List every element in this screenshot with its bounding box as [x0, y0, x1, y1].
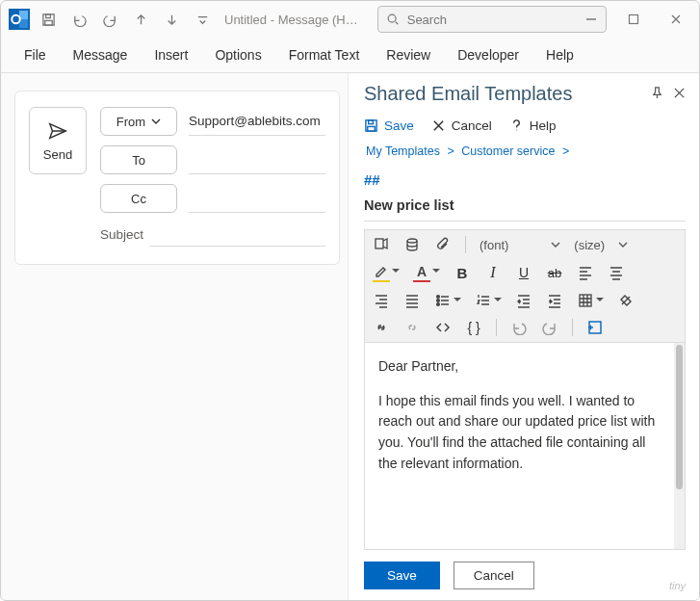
template-subject-input[interactable]: New price list	[364, 196, 686, 222]
crumb-folder[interactable]: Customer service	[461, 144, 555, 158]
qat-dropdown-icon[interactable]	[194, 11, 211, 28]
tab-review[interactable]: Review	[375, 41, 442, 68]
from-button[interactable]: From	[100, 107, 177, 136]
scrollbar-thumb[interactable]	[676, 345, 683, 489]
tab-developer[interactable]: Developer	[446, 41, 531, 68]
ribbon-tabs: File Message Insert Options Format Text …	[1, 38, 699, 73]
tab-help[interactable]: Help	[534, 41, 585, 68]
up-arrow-icon[interactable]	[132, 11, 149, 28]
highlight-color-icon[interactable]	[373, 263, 390, 282]
template-body-editor[interactable]: Dear Partner, I hope this email finds yo…	[364, 342, 686, 550]
unlink-icon[interactable]	[403, 319, 421, 336]
cancel-button[interactable]: Cancel	[454, 562, 534, 589]
numbered-list-icon[interactable]	[475, 292, 492, 309]
cc-field[interactable]	[189, 185, 325, 213]
source-code-icon[interactable]	[434, 319, 452, 336]
indent-increase-icon[interactable]	[546, 292, 563, 309]
crumb-root[interactable]: My Templates	[366, 144, 440, 158]
tab-message[interactable]: Message	[62, 41, 140, 68]
italic-icon[interactable]: I	[484, 264, 502, 281]
compose-pane: Send From Support@ablebits.com To	[1, 73, 348, 601]
bold-icon[interactable]: B	[454, 264, 471, 281]
save-action[interactable]: Save	[364, 118, 414, 133]
expand-editor-icon[interactable]	[586, 319, 604, 336]
subject-label: Subject	[100, 227, 143, 242]
tab-format-text[interactable]: Format Text	[277, 41, 372, 68]
insert-macro-icon[interactable]	[373, 236, 390, 253]
quick-access-toolbar	[39, 11, 211, 28]
svg-rect-5	[45, 13, 50, 17]
breadcrumb: My Templates > Customer service >	[364, 144, 686, 158]
help-action[interactable]: Help	[509, 118, 557, 133]
align-center-icon[interactable]	[608, 264, 625, 281]
from-field[interactable]: Support@ablebits.com	[189, 108, 325, 136]
from-label: From	[117, 115, 145, 129]
editor-undo-icon[interactable]	[510, 319, 528, 336]
svg-rect-12	[376, 239, 383, 248]
help-action-label: Help	[530, 118, 557, 133]
strikethrough-icon[interactable]: ab	[546, 264, 563, 281]
placeholder-icon[interactable]: { }	[465, 319, 482, 336]
clear-format-icon[interactable]	[617, 292, 635, 309]
underline-icon[interactable]: U	[515, 264, 532, 281]
scrollbar-track[interactable]	[674, 343, 685, 549]
attachment-icon[interactable]	[434, 236, 452, 253]
save-icon[interactable]	[39, 11, 57, 28]
panel-title: Shared Email Templates	[364, 83, 572, 105]
to-button[interactable]: To	[100, 145, 177, 174]
bullet-list-icon[interactable]	[434, 292, 452, 309]
app-window: Untitled - Message (H… Search File Messa…	[0, 0, 700, 601]
svg-rect-10	[369, 120, 374, 124]
body-paragraph: I hope this email finds you well. I want…	[378, 391, 671, 475]
cancel-action[interactable]: Cancel	[431, 118, 492, 133]
editor-redo-icon[interactable]	[541, 319, 558, 336]
to-field[interactable]	[189, 146, 325, 174]
maximize-button[interactable]	[616, 7, 651, 32]
cancel-action-label: Cancel	[452, 118, 492, 133]
close-button[interactable]	[659, 7, 693, 32]
font-color-icon[interactable]: A	[413, 263, 430, 282]
align-right-icon[interactable]	[373, 292, 390, 309]
chevron-down-icon[interactable]	[551, 240, 560, 249]
window-title: Untitled - Message (H…	[224, 13, 358, 27]
dataset-icon[interactable]	[403, 236, 421, 253]
undo-icon[interactable]	[70, 11, 88, 28]
send-icon	[47, 120, 68, 142]
chevron-down-icon	[151, 117, 161, 126]
save-icon	[364, 118, 378, 133]
table-icon[interactable]	[577, 292, 594, 309]
minimize-button[interactable]	[574, 7, 609, 32]
template-hash[interactable]: ##	[364, 171, 686, 188]
panel-footer-buttons: Save Cancel	[364, 562, 686, 589]
send-button[interactable]: Send	[29, 107, 87, 174]
save-action-label: Save	[384, 118, 414, 133]
chevron-down-icon[interactable]	[618, 240, 628, 249]
redo-icon[interactable]	[101, 11, 118, 28]
search-icon	[386, 13, 400, 26]
search-input[interactable]: Search	[377, 6, 607, 33]
save-button[interactable]: Save	[364, 562, 440, 589]
cc-button[interactable]: Cc	[100, 184, 177, 213]
compose-card: Send From Support@ablebits.com To	[14, 91, 340, 265]
size-select[interactable]: (size)	[574, 238, 605, 252]
indent-decrease-icon[interactable]	[515, 292, 532, 309]
svg-point-13	[407, 239, 417, 243]
body-greeting: Dear Partner,	[378, 356, 671, 378]
tab-file[interactable]: File	[13, 41, 58, 68]
down-arrow-icon[interactable]	[163, 11, 180, 28]
tab-options[interactable]: Options	[203, 41, 272, 68]
send-label: Send	[43, 147, 72, 162]
svg-rect-11	[368, 126, 376, 131]
font-select[interactable]: (font)	[480, 238, 508, 252]
link-icon[interactable]	[373, 319, 390, 336]
templates-panel: Shared Email Templates Save Cancel He	[348, 73, 699, 601]
align-justify-icon[interactable]	[403, 292, 421, 309]
align-left-icon[interactable]	[577, 264, 594, 281]
pin-icon[interactable]	[651, 87, 663, 102]
svg-point-15	[437, 300, 440, 302]
close-panel-icon[interactable]	[673, 87, 686, 102]
svg-point-16	[437, 303, 440, 306]
tab-insert[interactable]: Insert	[143, 41, 199, 68]
panel-actions: Save Cancel Help	[364, 118, 686, 133]
subject-field[interactable]	[149, 222, 325, 247]
